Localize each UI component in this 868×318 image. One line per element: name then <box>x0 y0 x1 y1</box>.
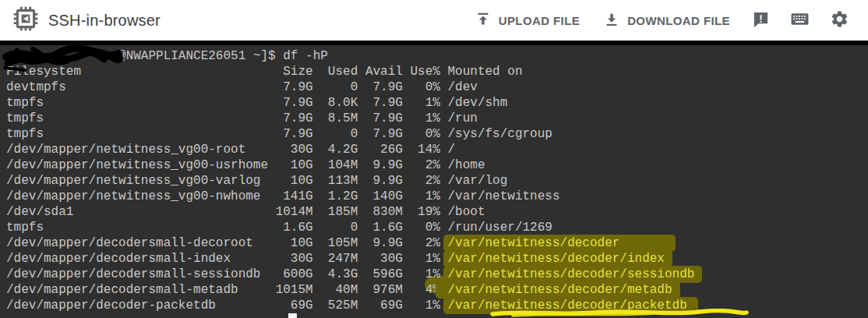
mount-path: /run/user/1269 <box>448 221 552 235</box>
upload-file-label: UPLOAD FILE <box>499 14 580 27</box>
mount-path-highlighted: /var/netwitness/decoder/metadb <box>436 281 680 299</box>
keyboard-icon <box>790 9 810 31</box>
terminal-row: /dev/mapper/decodersmall-metadb 1015M 40… <box>6 282 868 298</box>
terminal-header-line: Filesystem Size Used Avail Use% Mounted … <box>6 64 868 80</box>
redaction-scribble <box>2 45 125 72</box>
download-file-button[interactable]: DOWNLOAD FILE <box>594 5 739 37</box>
chip-icon <box>12 5 39 35</box>
keyboard-button[interactable] <box>782 3 817 37</box>
mount-path: /dev/shm <box>448 96 508 110</box>
mount-path: / <box>448 143 456 157</box>
mount-path: /boot <box>448 205 485 219</box>
terminal[interactable]: @NWAPPLIANCE26051 ~]$ df -hPFilesystem S… <box>0 45 868 318</box>
terminal-row: /dev/mapper/netwitness_vg00-usrhome 10G … <box>6 157 868 173</box>
mount-path-highlighted: /var/netwitness/decoder <box>443 235 676 252</box>
mount-path-highlighted: /var/netwitness/decoder/index <box>443 250 672 267</box>
mount-path: /home <box>448 158 485 172</box>
terminal-row: devtmpfs 7.9G 0 7.9G 0% /dev <box>6 80 868 95</box>
highlighter-underline <box>489 309 750 318</box>
mount-path: /var/log <box>448 174 508 188</box>
feedback-icon <box>752 10 770 30</box>
terminal-row: /dev/mapper/decodersmall-index 30G 247M … <box>6 251 868 267</box>
titlebar: SSH-in-browser UPLOAD FILE DOWNLOAD FILE <box>0 0 868 41</box>
terminal-row: /dev/sda1 1014M 185M 830M 19% /boot <box>6 204 868 220</box>
terminal-row: /dev/mapper/netwitness_vg00-root 30G 4.2… <box>6 142 868 157</box>
upload-file-button[interactable]: UPLOAD FILE <box>465 5 589 37</box>
mount-path-highlighted: /var/netwitness/decoder/sessiondb <box>443 266 703 283</box>
app-title: SSH-in-browser <box>48 12 161 30</box>
terminal-row: tmpfs 1.6G 0 1.6G 0% /run/user/1269 <box>6 220 868 235</box>
settings-button[interactable] <box>822 3 857 37</box>
download-icon <box>603 11 620 30</box>
feedback-button[interactable] <box>744 4 778 37</box>
gear-icon <box>830 9 849 31</box>
terminal-prompt-line: @NWAPPLIANCE26051 ~]$ df -hP <box>6 48 868 64</box>
terminal-row: tmpfs 7.9G 0 7.9G 0% /sys/fs/cgroup <box>6 126 868 142</box>
terminal-row: /dev/mapper/netwitness_vg00-nwhome 141G … <box>6 189 868 204</box>
mount-path: /run <box>448 111 478 125</box>
mount-path: /sys/fs/cgroup <box>448 127 552 141</box>
mount-path: /dev <box>448 80 478 94</box>
terminal-row: tmpfs 7.9G 8.0K 7.9G 1% /dev/shm <box>6 95 868 111</box>
terminal-row: /dev/mapper/decodersmall-sessiondb 600G … <box>6 267 868 282</box>
terminal-row: tmpfs 7.9G 8.5M 7.9G 1% /run <box>6 111 868 126</box>
terminal-row: /dev/mapper/netwitness_vg00-varlog 10G 1… <box>6 173 868 189</box>
mount-path: /var/netwitness <box>448 189 560 203</box>
terminal-cursor <box>288 313 297 318</box>
terminal-row: /dev/mapper/decodersmall-decoroot 10G 10… <box>6 235 868 251</box>
upload-icon <box>475 11 492 30</box>
download-file-label: DOWNLOAD FILE <box>627 14 730 27</box>
